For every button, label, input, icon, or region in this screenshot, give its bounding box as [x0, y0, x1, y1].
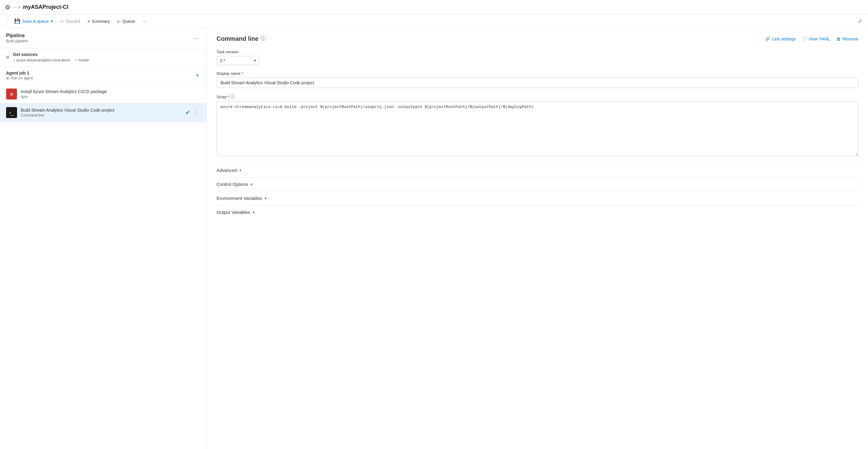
save-queue-button[interactable]: 💾 Save & queue ▾ — [11, 17, 56, 26]
branch-icon: ⑂ — [75, 58, 77, 62]
script-label: Script * ⓘ — [217, 94, 858, 99]
discard-icon: ↩ — [60, 19, 64, 24]
advanced-label: Advanced — [217, 168, 237, 173]
cmd-task-subtitle: Command line — [21, 113, 182, 117]
remove-icon: 🗑 — [836, 36, 841, 41]
script-field: Script * ⓘ — [217, 94, 858, 157]
output-variables-label: Output Variables — [217, 210, 250, 215]
cmd-title: Command line — [217, 35, 258, 42]
get-sources-section[interactable]: ≡ Get sources ⑃ azure-streamanalytics-ci… — [0, 48, 207, 66]
task-check-icon: ✔ — [186, 109, 190, 116]
display-name-input[interactable] — [217, 78, 858, 88]
agent-job-subtitle: ⊞ Run on agent — [6, 76, 33, 80]
cmd-icon: ›_ — [9, 110, 14, 116]
page-title: myASAProject-CI — [23, 4, 68, 10]
remove-button[interactable]: 🗑 Remove — [836, 36, 858, 41]
cmd-title-group: Command line ⓘ — [217, 35, 266, 42]
script-info-icon[interactable]: ⓘ — [230, 94, 235, 99]
control-options-header[interactable]: Control Options ▾ — [217, 182, 858, 187]
add-task-button[interactable]: + — [194, 71, 200, 80]
agent-icon: ⊞ — [6, 76, 9, 80]
cmd-task-info: Build Stream Analytics Visual Studio Cod… — [21, 108, 182, 117]
npm-task-title: Install Azure Stream Analytics CI/CD pac… — [21, 89, 200, 94]
agent-job-header: Agent job 1 ⊞ Run on agent + — [6, 70, 200, 80]
cmd-header: Command line ⓘ 🔗 Link settings 📄 View YA… — [217, 35, 858, 42]
queue-button[interactable]: ▷ Queue — [114, 17, 138, 26]
advanced-section: Advanced ▾ — [217, 163, 858, 177]
output-variables-header[interactable]: Output Variables ▾ — [217, 210, 858, 215]
task-menu-button[interactable]: ⋮ — [192, 108, 200, 117]
view-yaml-label: View YAML — [809, 36, 830, 41]
toolbar: 💾 Save & queue ▾ ↩ Discard ≡ Summary ▷ Q… — [0, 14, 868, 28]
agent-job-title: Agent job 1 — [6, 70, 33, 76]
toolbar-divider — [7, 18, 8, 25]
get-sources-icon: ≡ — [6, 54, 9, 61]
output-vars-chevron-icon: ▾ — [253, 210, 254, 214]
summary-icon: ≡ — [87, 19, 90, 24]
more-options-button[interactable]: ··· — [140, 17, 149, 26]
cmd-task-icon-box: ›_ — [6, 107, 17, 118]
cmd-task-title: Build Stream Analytics Visual Studio Cod… — [21, 108, 182, 113]
npm-icon: n — [10, 92, 13, 96]
save-queue-label: Save & queue — [22, 19, 49, 24]
breadcrumb-dots[interactable]: ··· — [13, 5, 17, 10]
discard-button[interactable]: ↩ Discard — [57, 17, 83, 26]
yaml-icon: 📄 — [802, 36, 807, 41]
get-sources-title: Get sources — [13, 52, 200, 57]
link-settings-button[interactable]: 🔗 Link settings — [765, 36, 796, 41]
task-version-label: Task version — [217, 50, 858, 54]
npm-task-info: Install Azure Stream Analytics CI/CD pac… — [21, 89, 200, 99]
environment-variables-label: Environment Variables — [217, 196, 262, 201]
left-panel: Pipeline Build pipeline ··· ≡ Get source… — [0, 28, 207, 449]
advanced-header[interactable]: Advanced ▾ — [217, 168, 858, 173]
right-panel: Command line ⓘ 🔗 Link settings 📄 View YA… — [207, 28, 868, 449]
discard-label: Discard — [66, 19, 80, 24]
environment-variables-section: Environment Variables ▾ — [217, 191, 858, 205]
queue-label: Queue — [123, 19, 135, 24]
summary-label: Summary — [92, 19, 110, 24]
output-variables-section: Output Variables ▾ — [217, 205, 858, 219]
display-name-label: Display name * — [217, 71, 858, 76]
cmd-info-icon[interactable]: ⓘ — [261, 36, 266, 42]
repo-name: azure-streamanalytics-cicd-demo — [17, 58, 70, 62]
link-settings-label: Link settings — [772, 36, 796, 41]
cmd-task-status: ✔ ⋮ — [186, 108, 200, 117]
environment-variables-header[interactable]: Environment Variables ▾ — [217, 196, 858, 201]
agent-job-section: Agent job 1 ⊞ Run on agent + — [0, 66, 207, 85]
summary-button[interactable]: ≡ Summary — [84, 17, 113, 26]
save-icon: 💾 — [14, 18, 20, 24]
control-options-chevron-icon: ▾ — [251, 182, 252, 186]
display-name-field: Display name * — [217, 71, 858, 88]
more-dots-icon: ··· — [143, 19, 146, 24]
task-version-select[interactable]: 2.* ▾ — [217, 56, 259, 65]
script-textarea[interactable] — [217, 101, 858, 156]
cmd-actions: 🔗 Link settings 📄 View YAML 🗑 Remove — [765, 36, 858, 41]
queue-icon: ▷ — [117, 19, 121, 24]
remove-label: Remove — [842, 36, 858, 41]
breadcrumb-chevron: > — [18, 5, 20, 10]
get-sources-info: Get sources ⑃ azure-streamanalytics-cicd… — [13, 52, 200, 62]
app-icon: ⚙ — [5, 4, 10, 11]
link-icon: 🔗 — [765, 36, 770, 41]
task-cmd-item[interactable]: ›_ Build Stream Analytics Visual Studio … — [0, 103, 207, 122]
collapse-button[interactable]: ⤢ — [857, 17, 863, 25]
top-bar: ⚙ ··· > myASAProject-CI — [0, 0, 868, 14]
task-version-field: Task version 2.* ▾ — [217, 50, 858, 65]
add-icon: + — [195, 72, 199, 79]
pipeline-title: Pipeline — [6, 33, 28, 38]
agent-job-info: Agent job 1 ⊞ Run on agent — [6, 70, 33, 80]
get-sources-meta: ⑃ azure-streamanalytics-cicd-demo ⑂ mast… — [13, 58, 200, 62]
task-npm-item[interactable]: n Install Azure Stream Analytics CI/CD p… — [0, 85, 207, 103]
pipeline-more-button[interactable]: ··· — [190, 33, 200, 43]
repo-icon: ⑃ — [13, 58, 15, 62]
control-options-label: Control Options — [217, 182, 248, 187]
view-yaml-button[interactable]: 📄 View YAML — [802, 36, 830, 41]
env-vars-chevron-icon: ▾ — [265, 196, 267, 201]
pipeline-more-icon: ··· — [193, 35, 198, 41]
npm-task-icon-box: n — [6, 89, 17, 99]
script-required: * — [228, 95, 229, 99]
branch-name: master — [78, 58, 89, 62]
pipeline-subtitle: Build pipeline — [6, 39, 28, 43]
task-version-value: 2.* — [220, 58, 225, 63]
select-chevron-icon: ▾ — [254, 58, 256, 63]
